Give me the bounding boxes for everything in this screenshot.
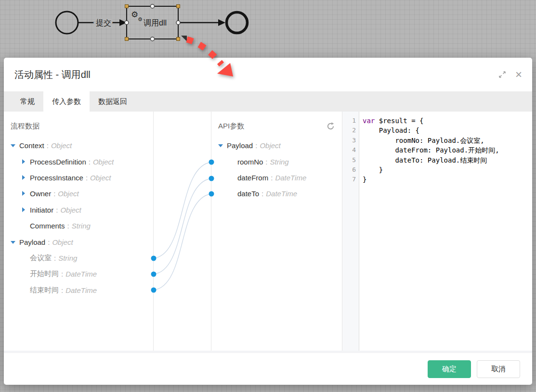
dialog-tabs: 常规 传入参数 数据返回 bbox=[4, 91, 532, 112]
start-event-node[interactable] bbox=[56, 12, 78, 34]
edge-label[interactable]: 提交 bbox=[96, 19, 111, 27]
api-node-dateto[interactable]: dateTo : DateTime bbox=[211, 186, 342, 202]
api-node-roomno[interactable]: roomNo : String bbox=[211, 153, 342, 169]
ok-button[interactable]: 确定 bbox=[428, 360, 471, 378]
chevron-right-icon[interactable] bbox=[21, 207, 26, 213]
api-node-payload[interactable]: Payload : Object bbox=[211, 138, 342, 153]
dialog-header: 活动属性 - 调用dll × bbox=[4, 58, 532, 91]
gear-icon: ⚙ bbox=[131, 10, 138, 19]
mapping-port[interactable] bbox=[151, 272, 157, 277]
chevron-right-icon[interactable] bbox=[21, 159, 26, 164]
arrowhead-icon bbox=[218, 19, 225, 26]
tab-input-params[interactable]: 传入参数 bbox=[43, 91, 90, 112]
maximize-icon[interactable] bbox=[497, 70, 507, 79]
end-event-node[interactable] bbox=[227, 13, 248, 33]
tree-node-meetingroom[interactable]: 会议室 : String bbox=[4, 250, 153, 266]
tab-general[interactable]: 常规 bbox=[12, 91, 43, 112]
close-icon[interactable]: × bbox=[514, 70, 523, 79]
mapping-port[interactable] bbox=[209, 176, 214, 181]
refresh-icon[interactable] bbox=[326, 122, 335, 131]
resize-corner-icon[interactable] bbox=[181, 36, 187, 41]
tree-node-endtime[interactable]: 结束时间 : DateTime bbox=[4, 282, 153, 298]
mapping-port[interactable] bbox=[151, 288, 157, 293]
mapping-port[interactable] bbox=[209, 191, 214, 197]
tree-node-initiator[interactable]: Initiator : Object bbox=[4, 202, 153, 218]
tree-node-context[interactable]: Context : Object bbox=[4, 138, 153, 153]
gear-small-icon: ⚙ bbox=[138, 16, 143, 22]
dialog-title: 活动属性 - 调用dll bbox=[14, 68, 497, 81]
chevron-down-icon[interactable] bbox=[11, 240, 15, 245]
mapping-content: 流程数据 Context : Object ProcessDefinition … bbox=[4, 112, 532, 351]
activity-properties-dialog: 活动属性 - 调用dll × 常规 传入参数 数据返回 流程数据 Context… bbox=[4, 58, 532, 385]
cancel-button[interactable]: 取消 bbox=[477, 360, 520, 378]
tree-node-processinstance[interactable]: ProcessInstance : Object bbox=[4, 170, 153, 186]
tree-node-payload[interactable]: Payload : Object bbox=[4, 234, 153, 250]
code-gutter: 1 2 3 4 5 6 7 bbox=[342, 112, 359, 351]
chevron-right-icon[interactable] bbox=[21, 175, 26, 180]
mapping-port[interactable] bbox=[209, 160, 214, 165]
tree-node-owner[interactable]: Owner : Object bbox=[4, 186, 153, 202]
tree-node-comments[interactable]: Comments : String bbox=[4, 218, 153, 234]
dialog-footer: 确定 取消 bbox=[4, 353, 532, 385]
api-params-panel: API参数 Payload : Object roomNo : String bbox=[211, 112, 342, 351]
tree-node-processdefinition[interactable]: ProcessDefinition : Object bbox=[4, 153, 153, 169]
chevron-down-icon[interactable] bbox=[11, 143, 15, 148]
chevron-down-icon[interactable] bbox=[218, 143, 223, 148]
mapping-port[interactable] bbox=[151, 256, 157, 261]
task-label: 调用dll bbox=[144, 19, 167, 27]
process-data-panel: 流程数据 Context : Object ProcessDefinition … bbox=[4, 112, 154, 351]
process-data-header: 流程数据 bbox=[4, 112, 153, 138]
chevron-right-icon[interactable] bbox=[21, 191, 26, 196]
workflow-canvas: 提交 ⚙ ⚙ 调用dll bbox=[0, 0, 536, 58]
tree-node-starttime[interactable]: 开始时间 : DateTime bbox=[4, 266, 153, 282]
mapping-wire-area bbox=[154, 112, 211, 351]
tab-data-return[interactable]: 数据返回 bbox=[90, 91, 136, 112]
api-params-header: API参数 bbox=[211, 112, 342, 138]
script-editor[interactable]: var $result = { Payload: { roomNo: Paylo… bbox=[359, 112, 532, 351]
api-node-datefrom[interactable]: dateFrom : DateTime bbox=[211, 170, 342, 186]
